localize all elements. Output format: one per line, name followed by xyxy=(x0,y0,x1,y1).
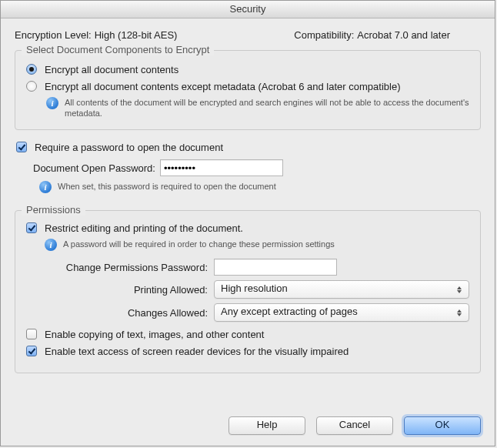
open-password-label: Document Open Password: xyxy=(33,162,155,174)
enable-screenreader-label: Enable text access of screen reader devi… xyxy=(45,345,349,359)
encrypt-group-title: Select Document Components to Encrypt xyxy=(22,44,214,55)
permissions-note-row: i A password will be required in order t… xyxy=(45,239,469,251)
change-password-label: Change Permissions Password: xyxy=(26,262,214,273)
permissions-group: Permissions Restrict editing and printin… xyxy=(15,210,481,373)
changes-allowed-label: Changes Allowed: xyxy=(26,307,214,319)
encryption-level-value: High (128-bit AES) xyxy=(95,29,178,41)
restrict-editing-row[interactable]: Restrict editing and printing of the doc… xyxy=(26,222,469,236)
require-open-password-label: Require a password to open the document xyxy=(35,141,223,155)
encrypt-except-meta-row[interactable]: Encrypt all document contents except met… xyxy=(26,80,469,94)
info-icon: i xyxy=(45,239,57,251)
permissions-note-text: A password will be required in order to … xyxy=(63,239,335,249)
changes-allowed-value: Any except extracting of pages xyxy=(221,306,358,317)
chevron-up-down-icon xyxy=(453,281,465,298)
radio-encrypt-all[interactable] xyxy=(26,64,37,75)
printing-allowed-value: High resolution xyxy=(221,283,288,294)
info-icon: i xyxy=(46,97,58,109)
change-password-input[interactable] xyxy=(214,259,337,276)
radio-encrypt-except-meta-label: Encrypt all document contents except met… xyxy=(45,80,400,94)
printing-allowed-select[interactable]: High resolution xyxy=(214,280,469,299)
checkbox-enable-copy[interactable] xyxy=(26,329,37,339)
printing-allowed-row: Printing Allowed: High resolution xyxy=(26,280,469,299)
changes-allowed-row: Changes Allowed: Any except extracting o… xyxy=(26,303,469,322)
encryption-level-label: Encryption Level: xyxy=(15,29,92,41)
changes-allowed-select[interactable]: Any except extracting of pages xyxy=(214,303,469,322)
open-password-field-row: Document Open Password: xyxy=(33,159,481,176)
enable-screenreader-row[interactable]: Enable text access of screen reader devi… xyxy=(26,345,469,359)
open-password-note-text: When set, this password is required to o… xyxy=(58,181,276,192)
permissions-group-title: Permissions xyxy=(22,204,85,216)
require-open-password-row[interactable]: Require a password to open the document xyxy=(16,141,481,155)
header-row: Encryption Level: High (128-bit AES) Com… xyxy=(15,29,481,41)
compatibility-label: Compatibility: xyxy=(294,29,354,41)
open-password-note-row: i When set, this password is required to… xyxy=(39,181,481,193)
checkbox-require-open-password[interactable] xyxy=(16,142,27,152)
info-icon: i xyxy=(39,181,52,193)
encrypt-components-group: Select Document Components to Encrypt En… xyxy=(15,50,481,130)
radio-encrypt-all-label: Encrypt all document contents xyxy=(45,63,178,77)
dialog-content: Encryption Level: High (128-bit AES) Com… xyxy=(1,18,495,373)
ok-button[interactable]: OK xyxy=(404,416,481,435)
compatibility-value: Acrobat 7.0 and later xyxy=(357,29,450,41)
enable-copy-label: Enable copying of text, images, and othe… xyxy=(45,328,264,342)
encrypt-all-row[interactable]: Encrypt all document contents xyxy=(26,63,469,77)
restrict-editing-label: Restrict editing and printing of the doc… xyxy=(45,222,243,236)
cancel-button[interactable]: Cancel xyxy=(316,416,393,435)
help-button[interactable]: Help xyxy=(228,416,305,435)
encrypt-note-text: All contents of the document will be enc… xyxy=(65,97,469,119)
dialog-buttons: Help Cancel OK xyxy=(228,416,481,435)
printing-allowed-label: Printing Allowed: xyxy=(26,284,214,296)
chevron-up-down-icon xyxy=(453,304,465,321)
checkbox-restrict-editing[interactable] xyxy=(26,222,37,233)
open-password-input[interactable] xyxy=(160,159,283,176)
radio-encrypt-except-meta[interactable] xyxy=(26,81,37,92)
window-title: Security xyxy=(1,1,495,18)
encrypt-note-row: i All contents of the document will be e… xyxy=(46,97,469,119)
change-password-row: Change Permissions Password: xyxy=(26,259,469,276)
security-dialog: Security Encryption Level: High (128-bit… xyxy=(0,0,495,446)
checkbox-enable-screenreader[interactable] xyxy=(26,346,37,356)
enable-copy-row[interactable]: Enable copying of text, images, and othe… xyxy=(26,328,469,342)
